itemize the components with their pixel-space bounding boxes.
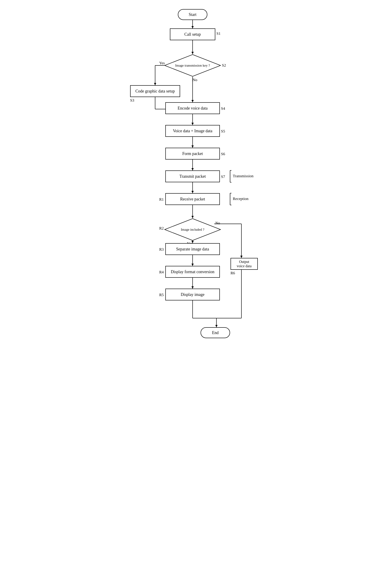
label-no2: No <box>215 221 220 225</box>
svg-marker-6 <box>154 83 156 85</box>
separate-image-node: Separate image data <box>165 243 220 255</box>
code-graphic-node: Code graphic data setup <box>130 85 180 97</box>
label-r5: R5 <box>159 293 164 297</box>
label-s2: S2 <box>222 63 226 68</box>
display-format-node: Display format conversion <box>165 266 220 278</box>
end-node: End <box>200 327 230 338</box>
svg-marker-1 <box>192 26 194 29</box>
label-r3: R3 <box>159 247 164 252</box>
flowchart-container: Start Call setup S1 Image transmission k… <box>126 4 266 550</box>
svg-marker-12 <box>192 123 194 125</box>
label-r2: R2 <box>159 226 164 231</box>
call-setup-node: Call setup <box>170 29 215 40</box>
display-image-node: Display image <box>165 289 220 300</box>
voice-image-node: Voice data + Image data <box>165 125 220 137</box>
form-packet-node: Form packet <box>165 148 220 160</box>
svg-marker-27 <box>192 264 194 266</box>
label-r6: R6 <box>231 271 235 276</box>
label-s3: S3 <box>130 98 134 103</box>
image-included-node: Image included ? <box>164 218 221 241</box>
svg-marker-29 <box>192 286 194 289</box>
label-s4: S4 <box>221 106 225 111</box>
receive-packet-node: Receive packet <box>165 193 220 205</box>
svg-marker-25 <box>240 256 243 258</box>
svg-marker-16 <box>192 168 194 170</box>
label-r4: R4 <box>159 270 164 275</box>
output-voice-node: Output voice data <box>231 258 258 270</box>
label-s1: S1 <box>216 31 221 36</box>
svg-marker-20 <box>192 216 194 218</box>
label-s7: S7 <box>221 174 225 179</box>
label-no-diamond1: No <box>193 78 197 82</box>
svg-marker-14 <box>192 145 194 148</box>
transmit-packet-node: Transmit packet <box>165 170 220 182</box>
svg-marker-3 <box>192 52 194 54</box>
encode-voice-node: Encode voice data <box>165 102 220 114</box>
svg-marker-18 <box>192 191 194 193</box>
label-reception: Reception <box>233 197 249 201</box>
label-s6: S6 <box>221 152 225 156</box>
svg-marker-34 <box>215 325 218 327</box>
start-node: Start <box>178 9 207 20</box>
svg-marker-10 <box>192 100 194 102</box>
label-s5: S5 <box>221 129 225 134</box>
label-r1: R1 <box>159 197 164 202</box>
label-yes-diamond1: Yes <box>159 61 165 65</box>
label-transmission: Transmission <box>233 174 253 178</box>
image-tx-key-node: Image transmission key ? <box>164 54 221 77</box>
